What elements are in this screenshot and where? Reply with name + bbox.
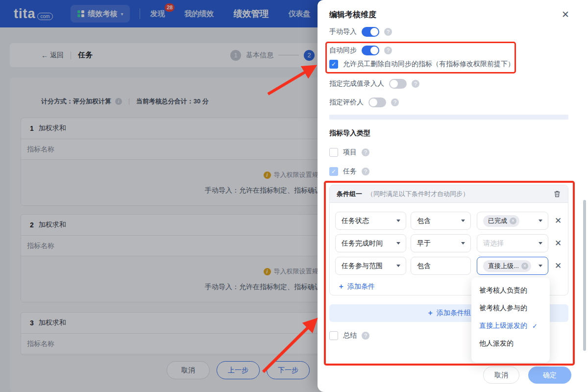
summary-option-row: 总结 ? [329, 331, 369, 341]
remove-condition-icon[interactable]: ✕ [555, 238, 562, 248]
evaluator-row: 指定评价人 ? [329, 98, 399, 107]
auto-sync-toggle[interactable] [362, 46, 379, 55]
dropdown-option[interactable]: 被考核人参与的 [471, 299, 550, 317]
operator-select[interactable]: 早于 [411, 234, 471, 252]
help-icon[interactable]: ? [362, 168, 369, 175]
screen: tita com 绩效考核 ▾ 发现 28 我的绩效 绩效管理 仪表盘 [0, 0, 588, 392]
manual-import-toggle[interactable] [362, 27, 379, 37]
caret-down-icon [539, 220, 542, 222]
condition-group-header: 条件组一 （同时满足以下条件时才自动同步） [330, 185, 568, 203]
select-placeholder: 请选择 [483, 239, 504, 248]
help-icon[interactable]: ? [391, 98, 399, 106]
field-select[interactable]: 任务状态 [335, 212, 406, 230]
task-checkbox[interactable]: ✓ [329, 167, 338, 176]
completion-recorder-toggle[interactable] [389, 79, 407, 89]
dropdown-option[interactable]: 被考核人负责的 [471, 282, 550, 299]
manual-import-row: 手动导入 ? [329, 27, 392, 37]
modal-title: 编辑考核维度 [329, 10, 376, 20]
remove-tag-icon[interactable]: × [521, 263, 528, 270]
project-option-row: 项目 ? [329, 147, 369, 157]
plus-icon: ＋ [427, 309, 434, 318]
edit-dimension-modal: 编辑考核维度 ✕ 手动导入 ? 自动同步 ? ✓ 允许员工删除自动同步的指标（有… [318, 0, 588, 392]
dropdown-option[interactable]: 他人派发的 [471, 335, 550, 352]
import-type-title: 指标导入类型 [329, 129, 370, 138]
caret-down-icon [396, 265, 400, 267]
task-option-row: ✓ 任务 ? [329, 167, 369, 176]
section-divider [329, 115, 568, 120]
completion-recorder-row: 指定完成值录入人 ? [329, 79, 419, 89]
modal-confirm-button[interactable]: 确定 [528, 367, 571, 384]
caret-down-icon [461, 220, 465, 222]
caret-down-icon [539, 265, 542, 267]
value-select[interactable]: 已完成× [477, 212, 548, 230]
summary-checkbox[interactable] [329, 331, 338, 340]
remove-condition-icon[interactable]: ✕ [555, 216, 562, 226]
condition-row-3: 任务参与范围 包含 直接上级...× ✕ [330, 257, 568, 275]
project-checkbox[interactable] [329, 148, 338, 157]
condition-row-1: 任务状态 包含 已完成× ✕ [330, 212, 568, 230]
add-condition-link[interactable]: ＋添加条件 [338, 282, 375, 291]
operator-select[interactable]: 包含 [411, 257, 471, 275]
modal-cancel-button[interactable]: 取消 [483, 367, 519, 384]
operator-select[interactable]: 包含 [411, 212, 471, 230]
caret-down-icon [396, 242, 400, 245]
caret-down-icon [396, 220, 400, 222]
help-icon[interactable]: ? [384, 28, 392, 36]
caret-down-icon [461, 242, 465, 245]
evaluator-toggle[interactable] [368, 98, 386, 107]
check-icon: ✓ [532, 322, 538, 330]
value-select-focused[interactable]: 直接上级...× [477, 257, 548, 275]
caret-down-icon [539, 242, 542, 245]
auto-sync-row: 自动同步 ? [329, 46, 392, 55]
help-icon[interactable]: ? [362, 332, 369, 340]
remove-condition-icon[interactable]: ✕ [555, 261, 562, 271]
delete-group-icon[interactable] [553, 190, 561, 198]
plus-icon: ＋ [338, 282, 344, 290]
remove-tag-icon[interactable]: × [510, 218, 516, 224]
field-select[interactable]: 任务完成时间 [335, 234, 406, 252]
dropdown-option-selected[interactable]: 直接上级派发的 ✓ [471, 317, 550, 335]
help-icon[interactable]: ? [384, 47, 392, 54]
condition-row-2: 任务完成时间 早于 请选择 ✕ [330, 234, 568, 252]
help-icon[interactable]: ? [362, 148, 369, 156]
allow-delete-row: ✓ 允许员工删除自动同步的指标（有指标修改权限前提下） [329, 59, 514, 69]
modal-scrollbar[interactable] [583, 200, 586, 351]
help-icon[interactable]: ? [412, 80, 419, 88]
scope-dropdown: 被考核人负责的 被考核人参与的 直接上级派发的 ✓ 他人派发的 [471, 277, 550, 363]
close-icon[interactable]: ✕ [562, 9, 569, 20]
allow-delete-checkbox[interactable]: ✓ [329, 60, 338, 69]
value-tag: 已完成× [483, 215, 519, 227]
value-tag: 直接上级...× [483, 260, 531, 272]
field-select[interactable]: 任务参与范围 [335, 257, 406, 275]
value-select[interactable]: 请选择 [477, 234, 548, 252]
